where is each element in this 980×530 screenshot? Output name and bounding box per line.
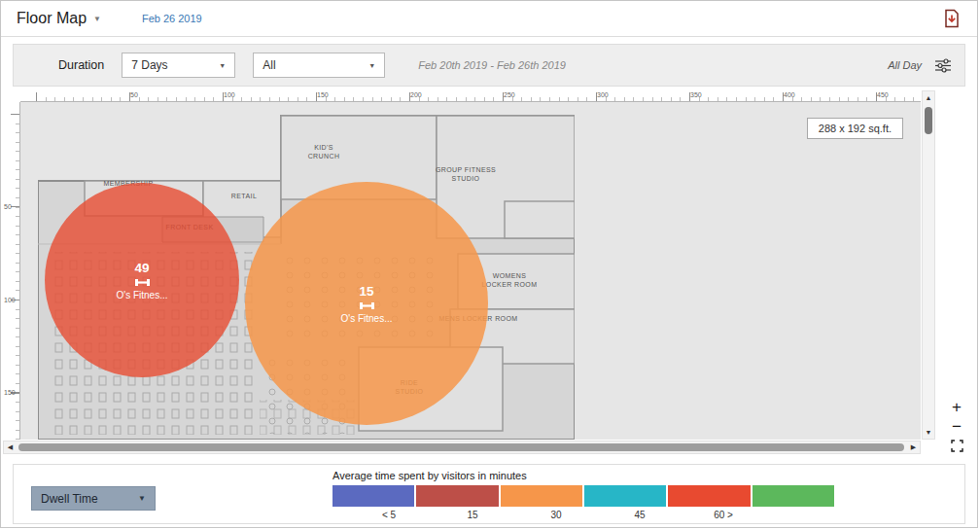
duration-value: 7 Days — [131, 58, 167, 72]
dwell-time-value: Dwell Time — [41, 492, 98, 506]
dwell-time-select[interactable]: Dwell Time ▼ — [31, 486, 156, 511]
ruler-label: 50 — [4, 203, 12, 210]
ruler-label: 300 — [597, 91, 609, 98]
zoom-controls: + − — [944, 399, 969, 452]
ruler-label: 100 — [4, 297, 16, 303]
scroll-left-button[interactable]: ◀ — [4, 442, 17, 453]
floor-map-title-dropdown[interactable]: Floor Map ▼ — [17, 10, 101, 27]
legend-color-bar — [332, 485, 834, 507]
ruler-label: 150 — [317, 91, 329, 98]
area-size-label: 288 x 192 sq.ft. — [807, 118, 903, 139]
dumbbell-icon — [360, 301, 374, 310]
legend-tick: 30 — [550, 510, 561, 520]
filter-sliders-icon[interactable] — [935, 58, 951, 73]
filter-toolbar: Duration 7 Days ▼ All ▼ Feb 20th 2019 - … — [13, 44, 965, 87]
ruler-label: 400 — [784, 91, 795, 98]
room-label-retail: RETAIL — [231, 192, 257, 200]
scroll-down-button[interactable]: ▼ — [923, 426, 934, 439]
scroll-right-button[interactable]: ▶ — [907, 442, 920, 453]
page-title: Floor Map — [17, 10, 87, 27]
ruler-label: 350 — [690, 91, 702, 98]
legend-segment-green — [752, 485, 834, 507]
legend-segment-scarlet — [668, 485, 750, 507]
date-range-label: Feb 20th 2019 - Feb 26th 2019 — [418, 59, 566, 71]
duration-label: Duration — [58, 58, 104, 72]
legend-title: Average time spent by visitors in minute… — [332, 470, 835, 481]
duration-select[interactable]: 7 Days ▼ — [122, 53, 235, 78]
fullscreen-icon[interactable] — [951, 440, 963, 452]
header: Floor Map ▼ Feb 26 2019 — [1, 1, 977, 37]
horizontal-scroll-thumb[interactable] — [18, 443, 904, 451]
legend-segment-red — [416, 485, 498, 507]
export-icon[interactable] — [942, 9, 962, 28]
map-canvas[interactable]: MEMBERSHIP RETAIL FRONT DESK KID'S CRUNC… — [20, 102, 921, 440]
ruler-label: 150 — [4, 389, 16, 396]
legend-segment-blue — [332, 485, 414, 507]
horizontal-ruler: 50 100 150 200 250 300 350 400 450 — [20, 90, 921, 102]
ruler-label: 100 — [224, 91, 235, 98]
chevron-down-icon: ▼ — [93, 15, 101, 23]
time-filter-label: All Day — [888, 59, 922, 71]
chevron-down-icon: ▼ — [138, 494, 146, 503]
ruler-label: 200 — [410, 91, 422, 98]
ruler-label: 250 — [504, 91, 515, 98]
floor-map-app: Floor Map ▼ Feb 26 2019 Duration 7 Days … — [0, 0, 978, 528]
zone-select[interactable]: All ▼ — [253, 53, 385, 78]
chevron-down-icon: ▼ — [368, 62, 375, 69]
room-label-kids-crunch: KID'S CRUNCH — [308, 143, 340, 161]
chevron-down-icon: ▼ — [219, 62, 226, 69]
dumbbell-icon — [135, 278, 150, 287]
dwell-value: 49 — [134, 261, 149, 275]
scroll-up-button[interactable]: ▲ — [923, 91, 934, 104]
legend-tick: 45 — [634, 510, 645, 520]
vertical-ruler: 50 100 150 — [1, 102, 20, 440]
legend-segment-teal — [584, 485, 666, 507]
vertical-scroll-thumb[interactable] — [925, 107, 932, 134]
room-label-group-fitness: GROUP FITNESS STUDIO — [436, 165, 496, 184]
zone-value: All — [262, 58, 275, 72]
ruler-label: 450 — [877, 91, 889, 98]
horizontal-scrollbar[interactable]: ◀ ▶ — [3, 441, 921, 454]
zoom-in-button[interactable]: + — [952, 399, 962, 415]
legend-tick: 60 > — [714, 510, 733, 520]
floor-map-viewport: 50 100 150 200 250 300 350 400 450 50 10… — [1, 90, 977, 454]
vertical-scrollbar[interactable]: ▲ ▼ — [922, 90, 935, 440]
legend-panel: Dwell Time ▼ Average time spent by visit… — [13, 464, 965, 524]
zoom-out-button[interactable]: − — [952, 418, 962, 435]
date-link[interactable]: Feb 26 2019 — [142, 13, 202, 24]
legend-scale: Average time spent by visitors in minute… — [332, 470, 835, 521]
dwell-value: 15 — [359, 284, 373, 299]
zone-name: O's Fitnes... — [340, 313, 392, 324]
zone-name: O's Fitnes... — [116, 290, 167, 300]
legend-tick: < 5 — [382, 510, 396, 520]
legend-segment-orange — [501, 485, 582, 507]
heat-bubble-49[interactable]: 49 O's Fitnes... — [45, 183, 239, 377]
legend-tick-labels: < 5 15 30 45 60 > — [332, 507, 835, 521]
heat-bubble-15[interactable]: 15 O's Fitnes... — [245, 182, 488, 425]
ruler-label: 50 — [130, 91, 138, 98]
legend-tick: 15 — [467, 510, 477, 520]
